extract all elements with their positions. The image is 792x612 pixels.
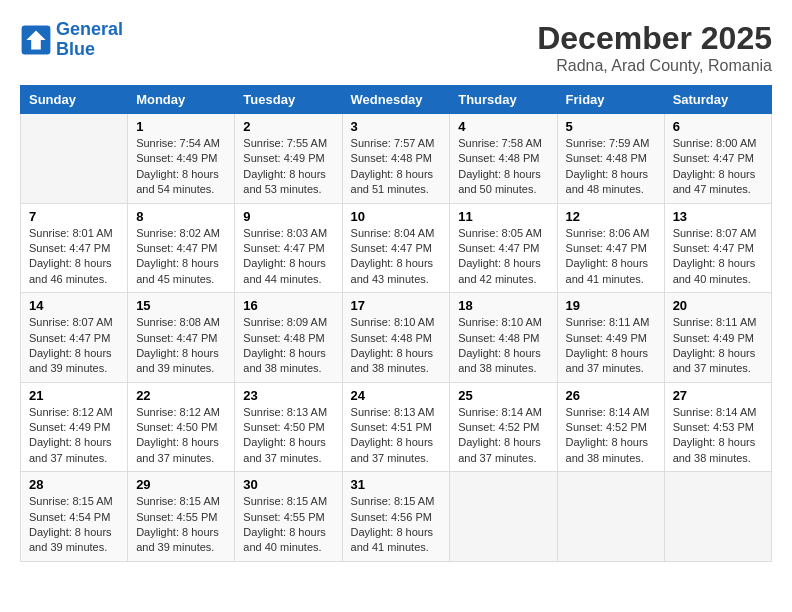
calendar-subtitle: Radna, Arad County, Romania [537,57,772,75]
day-info: Sunrise: 8:10 AMSunset: 4:48 PMDaylight:… [458,315,548,377]
day-info: Sunrise: 8:00 AMSunset: 4:47 PMDaylight:… [673,136,763,198]
calendar-cell: 2Sunrise: 7:55 AMSunset: 4:49 PMDaylight… [235,114,342,204]
day-info: Sunrise: 8:15 AMSunset: 4:54 PMDaylight:… [29,494,119,556]
day-info: Sunrise: 8:15 AMSunset: 4:56 PMDaylight:… [351,494,442,556]
calendar-title: December 2025 [537,20,772,57]
day-info: Sunrise: 7:58 AMSunset: 4:48 PMDaylight:… [458,136,548,198]
day-info: Sunrise: 8:13 AMSunset: 4:51 PMDaylight:… [351,405,442,467]
day-number: 1 [136,119,226,134]
day-number: 10 [351,209,442,224]
calendar-cell: 5Sunrise: 7:59 AMSunset: 4:48 PMDaylight… [557,114,664,204]
day-number: 26 [566,388,656,403]
calendar-cell: 10Sunrise: 8:04 AMSunset: 4:47 PMDayligh… [342,203,450,293]
day-info: Sunrise: 8:01 AMSunset: 4:47 PMDaylight:… [29,226,119,288]
day-number: 9 [243,209,333,224]
day-number: 23 [243,388,333,403]
logo: General Blue [20,20,123,60]
calendar-cell: 16Sunrise: 8:09 AMSunset: 4:48 PMDayligh… [235,293,342,383]
day-number: 11 [458,209,548,224]
calendar-cell: 28Sunrise: 8:15 AMSunset: 4:54 PMDayligh… [21,472,128,562]
logo-icon [20,24,52,56]
title-block: December 2025 Radna, Arad County, Romani… [537,20,772,75]
calendar-cell: 14Sunrise: 8:07 AMSunset: 4:47 PMDayligh… [21,293,128,383]
day-info: Sunrise: 7:59 AMSunset: 4:48 PMDaylight:… [566,136,656,198]
calendar-cell: 7Sunrise: 8:01 AMSunset: 4:47 PMDaylight… [21,203,128,293]
header-row: SundayMondayTuesdayWednesdayThursdayFrid… [21,86,772,114]
header-day: Thursday [450,86,557,114]
calendar-cell: 9Sunrise: 8:03 AMSunset: 4:47 PMDaylight… [235,203,342,293]
calendar-cell: 8Sunrise: 8:02 AMSunset: 4:47 PMDaylight… [128,203,235,293]
logo-text: General Blue [56,20,123,60]
day-info: Sunrise: 8:06 AMSunset: 4:47 PMDaylight:… [566,226,656,288]
calendar-cell: 20Sunrise: 8:11 AMSunset: 4:49 PMDayligh… [664,293,771,383]
calendar-cell: 15Sunrise: 8:08 AMSunset: 4:47 PMDayligh… [128,293,235,383]
day-number: 28 [29,477,119,492]
calendar-cell: 3Sunrise: 7:57 AMSunset: 4:48 PMDaylight… [342,114,450,204]
day-number: 18 [458,298,548,313]
day-info: Sunrise: 8:12 AMSunset: 4:49 PMDaylight:… [29,405,119,467]
calendar-cell [664,472,771,562]
calendar-header: SundayMondayTuesdayWednesdayThursdayFrid… [21,86,772,114]
calendar-week-row: 1Sunrise: 7:54 AMSunset: 4:49 PMDaylight… [21,114,772,204]
day-info: Sunrise: 8:07 AMSunset: 4:47 PMDaylight:… [673,226,763,288]
day-info: Sunrise: 7:54 AMSunset: 4:49 PMDaylight:… [136,136,226,198]
calendar-week-row: 14Sunrise: 8:07 AMSunset: 4:47 PMDayligh… [21,293,772,383]
day-info: Sunrise: 8:03 AMSunset: 4:47 PMDaylight:… [243,226,333,288]
day-number: 21 [29,388,119,403]
calendar-cell: 21Sunrise: 8:12 AMSunset: 4:49 PMDayligh… [21,382,128,472]
calendar-cell: 29Sunrise: 8:15 AMSunset: 4:55 PMDayligh… [128,472,235,562]
day-number: 16 [243,298,333,313]
day-info: Sunrise: 7:57 AMSunset: 4:48 PMDaylight:… [351,136,442,198]
day-number: 13 [673,209,763,224]
calendar-cell [557,472,664,562]
calendar-cell: 18Sunrise: 8:10 AMSunset: 4:48 PMDayligh… [450,293,557,383]
day-number: 12 [566,209,656,224]
day-number: 19 [566,298,656,313]
day-number: 30 [243,477,333,492]
calendar-cell: 6Sunrise: 8:00 AMSunset: 4:47 PMDaylight… [664,114,771,204]
day-number: 25 [458,388,548,403]
day-info: Sunrise: 8:14 AMSunset: 4:52 PMDaylight:… [458,405,548,467]
day-info: Sunrise: 8:15 AMSunset: 4:55 PMDaylight:… [136,494,226,556]
day-info: Sunrise: 8:08 AMSunset: 4:47 PMDaylight:… [136,315,226,377]
calendar-cell: 24Sunrise: 8:13 AMSunset: 4:51 PMDayligh… [342,382,450,472]
day-info: Sunrise: 8:05 AMSunset: 4:47 PMDaylight:… [458,226,548,288]
calendar-cell: 22Sunrise: 8:12 AMSunset: 4:50 PMDayligh… [128,382,235,472]
day-info: Sunrise: 8:11 AMSunset: 4:49 PMDaylight:… [673,315,763,377]
calendar-week-row: 28Sunrise: 8:15 AMSunset: 4:54 PMDayligh… [21,472,772,562]
header-day: Tuesday [235,86,342,114]
day-info: Sunrise: 8:13 AMSunset: 4:50 PMDaylight:… [243,405,333,467]
day-number: 27 [673,388,763,403]
day-number: 8 [136,209,226,224]
day-number: 14 [29,298,119,313]
day-info: Sunrise: 8:12 AMSunset: 4:50 PMDaylight:… [136,405,226,467]
calendar-cell: 19Sunrise: 8:11 AMSunset: 4:49 PMDayligh… [557,293,664,383]
calendar-week-row: 21Sunrise: 8:12 AMSunset: 4:49 PMDayligh… [21,382,772,472]
calendar-cell: 11Sunrise: 8:05 AMSunset: 4:47 PMDayligh… [450,203,557,293]
calendar-cell: 1Sunrise: 7:54 AMSunset: 4:49 PMDaylight… [128,114,235,204]
header-day: Wednesday [342,86,450,114]
day-number: 31 [351,477,442,492]
header-day: Sunday [21,86,128,114]
calendar-cell: 31Sunrise: 8:15 AMSunset: 4:56 PMDayligh… [342,472,450,562]
calendar-table: SundayMondayTuesdayWednesdayThursdayFrid… [20,85,772,562]
calendar-cell: 25Sunrise: 8:14 AMSunset: 4:52 PMDayligh… [450,382,557,472]
calendar-cell: 17Sunrise: 8:10 AMSunset: 4:48 PMDayligh… [342,293,450,383]
header-day: Saturday [664,86,771,114]
calendar-week-row: 7Sunrise: 8:01 AMSunset: 4:47 PMDaylight… [21,203,772,293]
page-header: General Blue December 2025 Radna, Arad C… [20,20,772,75]
day-number: 15 [136,298,226,313]
day-info: Sunrise: 8:11 AMSunset: 4:49 PMDaylight:… [566,315,656,377]
day-info: Sunrise: 8:07 AMSunset: 4:47 PMDaylight:… [29,315,119,377]
day-info: Sunrise: 8:14 AMSunset: 4:53 PMDaylight:… [673,405,763,467]
calendar-cell: 23Sunrise: 8:13 AMSunset: 4:50 PMDayligh… [235,382,342,472]
day-number: 20 [673,298,763,313]
calendar-cell [21,114,128,204]
day-number: 17 [351,298,442,313]
header-day: Friday [557,86,664,114]
day-number: 6 [673,119,763,134]
header-day: Monday [128,86,235,114]
day-info: Sunrise: 8:15 AMSunset: 4:55 PMDaylight:… [243,494,333,556]
day-number: 4 [458,119,548,134]
calendar-cell: 13Sunrise: 8:07 AMSunset: 4:47 PMDayligh… [664,203,771,293]
